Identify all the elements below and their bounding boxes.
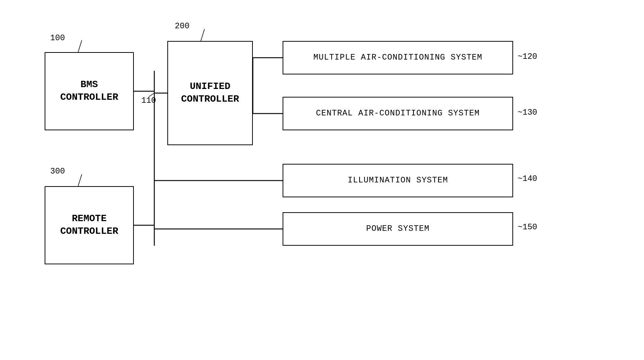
central-ac-label: CENTRAL AIR-CONDITIONING SYSTEM [316, 108, 480, 119]
multiple-ac-box: MULTIPLE AIR-CONDITIONING SYSTEM [283, 41, 513, 74]
ref-130: ~130 [518, 108, 537, 117]
ref-150: ~150 [518, 223, 537, 232]
central-ac-box: CENTRAL AIR-CONDITIONING SYSTEM [283, 97, 513, 130]
bms-controller-box: BMSCONTROLLER [45, 52, 134, 130]
bms-controller-label: BMSCONTROLLER [60, 79, 118, 104]
power-label: POWER SYSTEM [366, 224, 429, 235]
svg-line-11 [78, 174, 82, 186]
illumination-label: ILLUMINATION SYSTEM [348, 175, 448, 186]
illumination-box: ILLUMINATION SYSTEM [283, 164, 513, 197]
unified-controller-label: UNIFIEDCONTROLLER [181, 80, 239, 106]
ref-120: ~120 [518, 52, 537, 61]
ref-100: 100 [50, 34, 65, 43]
remote-controller-box: REMOTECONTROLLER [45, 186, 134, 264]
svg-line-9 [78, 40, 82, 52]
multiple-ac-label: MULTIPLE AIR-CONDITIONING SYSTEM [313, 52, 482, 63]
ref-140: ~140 [518, 174, 537, 184]
ref-300: 300 [50, 167, 65, 176]
ref-200: 200 [175, 22, 190, 31]
unified-controller-box: UNIFIEDCONTROLLER [167, 41, 253, 145]
svg-line-10 [201, 29, 205, 41]
power-box: POWER SYSTEM [283, 212, 513, 246]
remote-controller-label: REMOTECONTROLLER [60, 213, 118, 238]
ref-110: 110 [141, 96, 156, 105]
diagram-container: 100 200 300 110 BMSCONTROLLER UNIFIEDCON… [22, 15, 617, 331]
